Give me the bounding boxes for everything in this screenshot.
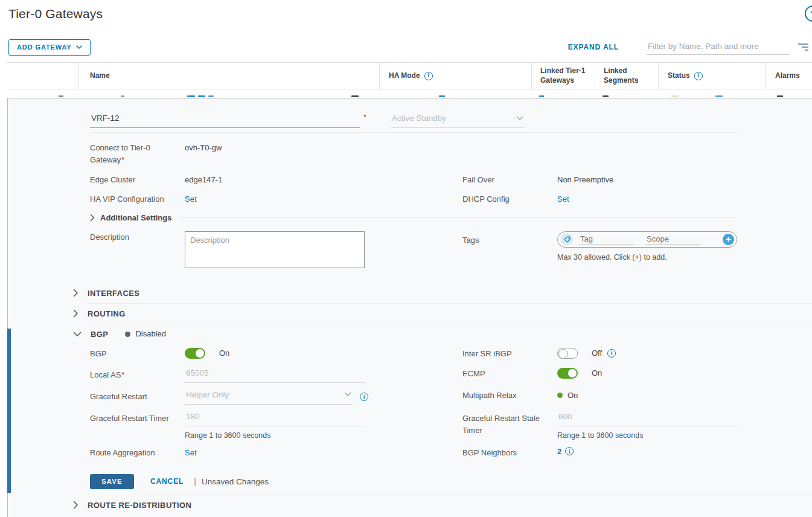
gr-stale-input[interactable] bbox=[557, 411, 737, 426]
local-as-input[interactable] bbox=[185, 368, 365, 383]
gateway-name-input[interactable] bbox=[90, 112, 360, 128]
ecmp-toggle[interactable] bbox=[557, 368, 578, 379]
ha-vip-row: HA VIP Configuration Set DHCP Config Set bbox=[90, 193, 812, 205]
edge-cluster-row: Edge Cluster edge147-1 Fail Over Non Pre… bbox=[90, 174, 812, 186]
bgp-toggle[interactable] bbox=[185, 348, 205, 359]
status-dot-icon bbox=[557, 393, 563, 398]
filter-icon[interactable] bbox=[798, 43, 808, 51]
column-linked-segments-label: Linked Segments bbox=[604, 66, 658, 85]
help-icon[interactable] bbox=[805, 5, 812, 22]
ha-mode-info-icon[interactable] bbox=[424, 72, 433, 80]
graceful-restart-row: Graceful Restart Helper Only Multipath R… bbox=[90, 390, 812, 405]
column-linked-segments: Linked Segments bbox=[595, 63, 658, 89]
name-row: Active Standby bbox=[90, 112, 812, 128]
save-row: SAVE CANCEL Unsaved Changes bbox=[8, 474, 812, 489]
section-bgp[interactable]: BGP Disabled bbox=[8, 324, 812, 344]
divider bbox=[194, 477, 196, 486]
gr-timer-input[interactable] bbox=[185, 411, 365, 426]
section-route-redistribution[interactable]: ROUTE RE-DISTRIBUTION bbox=[8, 495, 812, 515]
clipped-gateway-row bbox=[7, 89, 812, 98]
expand-all-link[interactable]: EXPAND ALL bbox=[568, 43, 619, 51]
inter-sr-toggle[interactable] bbox=[557, 348, 578, 359]
divider bbox=[179, 217, 737, 218]
gr-timer-label: Graceful Restart Timer bbox=[90, 411, 185, 425]
bgp-section-body: BGP On Inter SR iBGP Off bbox=[8, 344, 812, 459]
gr-timer-row: Graceful Restart Timer Range 1 to 3600 s… bbox=[90, 411, 812, 440]
gr-stale-range: Range 1 to 3600 seconds bbox=[557, 431, 737, 440]
edge-cluster-value: edge147-1 bbox=[185, 174, 222, 186]
bgp-neighbors-info-icon[interactable] bbox=[565, 447, 574, 455]
chevron-right-icon bbox=[73, 289, 78, 297]
sections: INTERFACES ROUTING BGP Disabled bbox=[8, 283, 812, 344]
fail-over-value: Non Preemptive bbox=[557, 174, 613, 186]
bgp-status-text: Disabled bbox=[135, 328, 166, 340]
ha-mode-select[interactable]: Active Standby bbox=[391, 112, 525, 128]
route-aggregation-set-link[interactable]: Set bbox=[185, 447, 197, 459]
bgp-state: On bbox=[219, 348, 229, 358]
description-tags-row: Description Tags Max bbox=[90, 231, 812, 268]
toolbar-right: EXPAND ALL bbox=[568, 39, 812, 55]
fail-over-label: Fail Over bbox=[462, 174, 557, 186]
gateway-edit-panel: Active Standby Connect to Tier-0 Gateway… bbox=[7, 98, 812, 517]
column-linked-tier1-label: Linked Tier-1 Gateways bbox=[540, 66, 595, 85]
tags-label: Tags bbox=[462, 231, 557, 246]
chevron-down-icon bbox=[73, 332, 82, 337]
column-ha-mode: HA Mode bbox=[379, 63, 531, 89]
local-as-row: Local AS ECMP On bbox=[90, 368, 812, 383]
dhcp-config-label: DHCP Config bbox=[462, 193, 557, 205]
graceful-restart-select[interactable]: Helper Only bbox=[185, 390, 353, 405]
ecmp-label: ECMP bbox=[462, 368, 557, 380]
save-button[interactable]: SAVE bbox=[90, 474, 134, 489]
chevron-down-icon bbox=[516, 116, 523, 121]
section-routing[interactable]: ROUTING bbox=[8, 304, 812, 324]
additional-settings-label: Additional Settings bbox=[100, 213, 171, 222]
bgp-label: BGP bbox=[90, 348, 185, 360]
section-bgp-label: BGP bbox=[91, 330, 108, 339]
ha-vip-set-link[interactable]: Set bbox=[185, 193, 197, 205]
column-name-label: Name bbox=[90, 71, 110, 81]
column-alarms: Alarms bbox=[766, 63, 812, 89]
status-dot-icon bbox=[125, 332, 130, 337]
add-gateway-button[interactable]: ADD GATEWAY bbox=[8, 39, 91, 56]
scope-input[interactable] bbox=[645, 234, 701, 245]
tag-icon bbox=[561, 233, 573, 245]
bgp-toggle-row: BGP On Inter SR iBGP Off bbox=[90, 348, 812, 360]
toolbar: ADD GATEWAY EXPAND ALL bbox=[8, 38, 812, 56]
dhcp-set-link[interactable]: Set bbox=[557, 193, 569, 205]
ha-vip-label: HA VIP Configuration bbox=[90, 193, 185, 205]
gateway-form: Active Standby Connect to Tier-0 Gateway… bbox=[8, 98, 812, 268]
column-alarms-label: Alarms bbox=[775, 71, 800, 81]
inter-sr-state: Off bbox=[592, 348, 602, 358]
edge-cluster-label: Edge Cluster bbox=[90, 174, 185, 186]
chevron-right-icon bbox=[73, 309, 78, 318]
column-status: Status bbox=[658, 63, 766, 89]
tags-editor bbox=[557, 231, 737, 248]
chevron-right-icon bbox=[90, 214, 95, 222]
graceful-restart-info-icon[interactable] bbox=[360, 393, 368, 401]
gateways-table-header: Name HA Mode Linked Tier-1 Gateways Link… bbox=[7, 62, 812, 89]
graceful-restart-label: Graceful Restart bbox=[90, 390, 185, 403]
graceful-restart-value: Helper Only bbox=[186, 390, 229, 399]
divider bbox=[90, 132, 737, 133]
unsaved-changes-text: Unsaved Changes bbox=[202, 477, 269, 486]
local-as-label: Local AS bbox=[90, 368, 185, 381]
connect-label: Connect to Tier-0 Gateway bbox=[90, 142, 185, 166]
inter-sr-info-icon[interactable] bbox=[607, 349, 616, 358]
section-interfaces[interactable]: INTERFACES bbox=[8, 283, 812, 303]
column-selection bbox=[7, 63, 78, 89]
active-section-indicator bbox=[7, 329, 11, 493]
page-title: Tier-0 Gateways bbox=[8, 7, 103, 21]
description-textarea[interactable] bbox=[185, 231, 365, 268]
chevron-right-icon bbox=[73, 501, 78, 509]
cancel-button[interactable]: CANCEL bbox=[150, 477, 184, 486]
connect-value: ovh-T0-gw bbox=[185, 142, 222, 154]
bgp-neighbors-count-link[interactable]: 2 bbox=[557, 447, 561, 456]
route-aggregation-label: Route Aggregation bbox=[90, 447, 185, 459]
bgp-neighbors-label: BGP Neighbors bbox=[462, 447, 557, 459]
tag-input[interactable] bbox=[579, 234, 635, 245]
multipath-relax-label: Multipath Relax bbox=[462, 390, 557, 402]
status-info-icon[interactable] bbox=[694, 72, 703, 80]
add-tag-button[interactable] bbox=[723, 234, 734, 245]
filter-input[interactable] bbox=[647, 39, 790, 55]
additional-settings-toggle[interactable]: Additional Settings bbox=[90, 213, 737, 222]
